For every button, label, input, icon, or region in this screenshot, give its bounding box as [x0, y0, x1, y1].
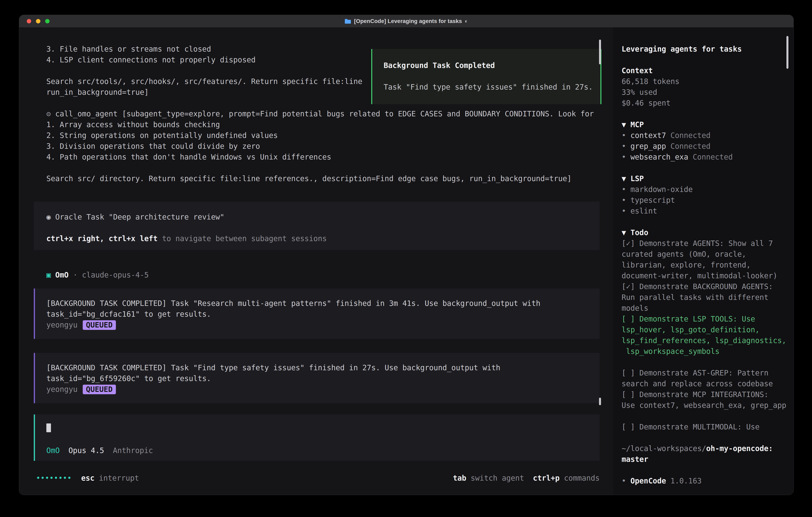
app-name: OpenCode [630, 477, 666, 485]
todo-line: document-writer, multimodal-looker) [621, 271, 786, 281]
zoom-button[interactable] [45, 19, 50, 23]
hint-keys: ctrl+x right, ctrl+x left [46, 234, 157, 243]
tool-call-text: call_omo_agent [subagent_type=explore, p… [51, 110, 594, 118]
context-heading: Context [621, 65, 786, 76]
mcp-section-toggle[interactable]: ▼ MCP [621, 119, 786, 130]
mcp-name: websearch_exa [630, 153, 688, 161]
bullet-icon: • [621, 477, 626, 485]
sidebar: Leveraging agents for tasks Context 66,5… [613, 28, 793, 495]
main-scrollbar-thumb[interactable] [599, 39, 601, 64]
transcript-line [34, 163, 600, 173]
record-icon: ◉ [46, 213, 51, 221]
tab-key-label: switch agent [471, 473, 524, 484]
mcp-item: •websearch_exaConnected [621, 152, 786, 163]
bullet-icon: • [621, 185, 626, 194]
oracle-task-title-text: Oracle Task "Deep architecture review" [51, 213, 224, 221]
todo-line: search and replace across codebase [621, 378, 786, 389]
message-meta: yeongyuQUEUED [46, 384, 593, 395]
message-line: [BACKGROUND TASK COMPLETED] Task "Resear… [46, 298, 593, 309]
todo-item-done: [✓] Demonstrate BACKGROUND AGENTS: Run p… [621, 281, 786, 314]
main-scrollbar-marker[interactable] [599, 398, 601, 405]
bullet-icon: • [621, 142, 626, 151]
message-line: task_id="bg_dcfac161" to get results. [46, 309, 593, 320]
todo-line: [ ] Demonstrate MULTIMODAL: Use [621, 421, 786, 432]
todo-line: [✓] Demonstrate AGENTS: Show all 7 [621, 238, 786, 249]
close-button[interactable] [27, 19, 31, 23]
ctrlp-key-label: commands [564, 473, 600, 484]
gear-icon: ⚙ [46, 110, 51, 118]
tab-key-hint: tab [453, 473, 466, 484]
chat-transcript[interactable]: 3. File handles or streams not closed 4.… [34, 44, 600, 484]
todo-line: [✓] Demonstrate BACKGROUND AGENTS: [621, 281, 786, 292]
terminal-content: 3. File handles or streams not closed 4.… [19, 28, 793, 495]
prompt-cursor-line[interactable] [46, 423, 593, 434]
todo-line: [ ] Demonstrate LSP TOOLS: Use [621, 314, 786, 324]
todo-item-pending: [ ] Demonstrate AST-GREP: Pattern search… [621, 368, 786, 389]
workspace-path: ~/local-workspaces/ [621, 444, 706, 453]
mcp-item: •grep_appConnected [621, 141, 786, 152]
prompt-input[interactable]: OmOOpus 4.5Anthropic [34, 414, 600, 461]
context-used: 33% used [621, 87, 786, 98]
workspace-repo: oh-my-opencode: [706, 444, 773, 453]
window-title-text: [OpenCode] Leveraging agents for tasks [354, 18, 462, 24]
message-block[interactable]: [BACKGROUND TASK COMPLETED] Task "Resear… [34, 289, 600, 339]
lsp-name: markdown-oxide [630, 185, 693, 194]
todo-item-done: [✓] Demonstrate AGENTS: Show all 7 curat… [621, 238, 786, 281]
oracle-task-title: ◉ Oracle Task "Deep architecture review" [46, 212, 587, 222]
agent-name: OmO [51, 271, 68, 279]
input-model-name: Opus 4.5 [68, 446, 104, 455]
status-badge: QUEUED [83, 320, 116, 330]
input-provider-name: Anthropic [113, 446, 153, 455]
mcp-status: Connected [670, 142, 710, 151]
todo-item-pending: [ ] Demonstrate MCP INTEGRATIONS: Use co… [621, 389, 786, 411]
bullet-icon: • [621, 196, 626, 205]
session-title: Leveraging agents for tasks [621, 44, 786, 55]
oracle-task-panel[interactable]: ◉ Oracle Task "Deep architecture review"… [34, 202, 600, 250]
esc-key-hint: esc [81, 473, 94, 484]
mcp-status: Connected [693, 153, 733, 161]
transcript-line: Search src/ directory. Return specific f… [34, 173, 600, 184]
todo-section-toggle[interactable]: ▼ Todo [621, 227, 786, 238]
transcript-line: 2. String operations on potentially unde… [34, 130, 600, 141]
workspace-info: ~/local-workspaces/oh-my-opencode: maste… [621, 443, 786, 465]
minimize-button[interactable] [36, 19, 40, 23]
notification-title: Background Task Completed [384, 60, 594, 71]
esc-key-label: interrupt [99, 473, 139, 484]
todo-line: Use context7, websearch_exa, grep_app [621, 400, 786, 411]
message-author: yeongyu [46, 321, 78, 329]
mcp-status: Connected [670, 131, 710, 140]
notification-toast[interactable]: Background Task Completed Task "Find typ… [371, 49, 601, 104]
model-selector[interactable]: OmOOpus 4.5Anthropic [46, 445, 593, 456]
app-version-number: 1.0.163 [670, 477, 702, 485]
message-block[interactable]: [BACKGROUND TASK COMPLETED] Task "Find t… [34, 353, 600, 403]
mcp-item: •context7Connected [621, 130, 786, 141]
transcript-line: 3. Division operations that could divide… [34, 141, 600, 152]
context-tokens: 66,518 tokens [621, 76, 786, 87]
bullet-icon: • [621, 153, 626, 161]
todo-line: lsp_find_references, lsp_diagnostics, [621, 335, 786, 346]
agent-icon: ▣ [46, 271, 51, 279]
window-titlebar[interactable]: [OpenCode] Leveraging agents for tasks ◐ [19, 15, 793, 28]
subagent-nav-hint: ctrl+x right, ctrl+x left to navigate be… [46, 233, 587, 244]
status-badge: QUEUED [83, 385, 116, 394]
workspace-path-line: ~/local-workspaces/oh-my-opencode: [621, 443, 786, 454]
input-agent-name: OmO [46, 446, 60, 455]
mcp-name: grep_app [630, 142, 666, 151]
todo-item-pending: [ ] Demonstrate MULTIMODAL: Use [621, 421, 786, 432]
tool-call-line: ⚙ call_omo_agent [subagent_type=explore,… [34, 109, 600, 119]
spinner-dots-icon: •••••••• [36, 473, 71, 484]
agent-model: · claude-opus-4-5 [68, 271, 149, 279]
message-meta: yeongyuQUEUED [46, 320, 593, 330]
todo-line: [ ] Demonstrate AST-GREP: Pattern [621, 368, 786, 378]
lsp-section-toggle[interactable]: ▼ LSP [621, 173, 786, 184]
todo-line: models [621, 303, 786, 314]
message-author: yeongyu [46, 385, 78, 393]
bullet-icon: • [621, 131, 626, 140]
blank-line [46, 222, 587, 233]
transcript-line: 4. Path operations that don't handle Win… [34, 152, 600, 163]
status-bar: •••••••• esc interrupt tab switch agent … [34, 473, 600, 484]
sidebar-scrollbar-thumb[interactable] [786, 36, 788, 69]
status-bar-right: tab switch agent ctrl+p commands [453, 473, 600, 484]
app-version: •OpenCode1.0.163 [621, 475, 786, 486]
context-spent: $0.46 spent [621, 98, 786, 109]
